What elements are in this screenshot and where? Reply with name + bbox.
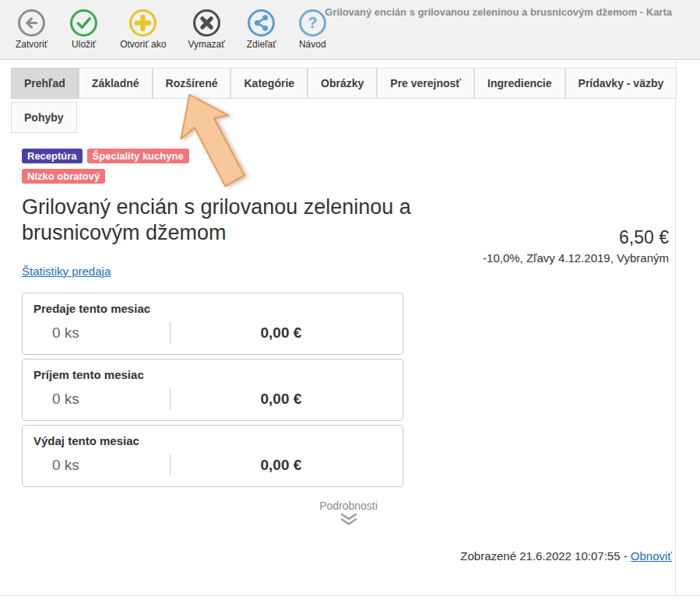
x-icon	[192, 9, 221, 37]
share-icon	[247, 9, 276, 37]
tab-rozsirene[interactable]: Rozšírené	[153, 68, 231, 99]
stat-card-title: Výdaj tento mesiac	[33, 434, 392, 447]
tab-obrazky[interactable]: Obrázky	[308, 68, 377, 99]
close-button[interactable]: Zatvoriť	[5, 9, 58, 50]
check-icon	[69, 9, 98, 37]
stat-cards: Predaje tento mesiac 0 ks 0,00 € Príjem …	[22, 293, 403, 487]
tab-ingrediencie[interactable]: Ingrediencie	[474, 68, 565, 99]
tab-zakladne[interactable]: Základné	[79, 68, 153, 99]
toolbar-button-label: Návod	[299, 39, 326, 50]
toolbar: Zatvoriť Uložiť Otvoriť ako Vymazať Zdie…	[0, 0, 700, 60]
plus-icon	[128, 9, 157, 37]
refresh-link[interactable]: Obnoviť	[631, 549, 672, 563]
main-panel: Prehľad Základné Rozšírené Kategórie Obr…	[0, 60, 676, 595]
stat-amount: 0,00 €	[171, 457, 392, 474]
stat-amount: 0,00 €	[171, 391, 392, 408]
question-icon: ?	[298, 9, 327, 37]
stat-card-title: Príjem tento mesiac	[33, 368, 392, 381]
stat-card-title: Predaje tento mesiac	[33, 302, 392, 315]
stat-quantity: 0 ks	[33, 391, 170, 408]
tab-pre-verejnost[interactable]: Pre verejnosť	[377, 68, 474, 99]
stat-card-values: 0 ks 0,00 €	[33, 454, 392, 476]
toolbar-button-label: Zatvoriť	[16, 39, 47, 50]
svg-text:?: ?	[308, 14, 317, 31]
tab-pridavky-vazby[interactable]: Prídavky - väzby	[565, 68, 677, 99]
discount-info: -10,0%, Zľavy 4.12.2019, Vybraným	[483, 251, 669, 265]
product-price: 6,50 €	[483, 227, 669, 248]
toolbar-button-label: Uložiť	[72, 39, 96, 50]
tab-bar: Prehľad Základné Rozšírené Kategórie Obr…	[11, 68, 675, 133]
stat-quantity: 0 ks	[33, 324, 170, 342]
save-button[interactable]: Uložiť	[58, 9, 109, 50]
tab-prehlad[interactable]: Prehľad	[11, 68, 79, 99]
details-toggle[interactable]: Podrobnosti	[22, 500, 675, 529]
open-as-button[interactable]: Otvoriť ako	[109, 9, 177, 50]
tab-row-1: Prehľad Základné Rozšírené Kategórie Obr…	[11, 68, 675, 99]
details-label: Podrobnosti	[22, 500, 675, 512]
stat-card-sales: Predaje tento mesiac 0 ks 0,00 €	[22, 293, 403, 355]
category-badge: Špeciality kuchyne	[87, 149, 189, 163]
chevron-double-down-icon	[22, 513, 675, 529]
product-name: Grilovaný encián s grilovanou zeleninou …	[22, 195, 489, 246]
status-badge: Nízko obratový	[22, 169, 105, 184]
toolbar-button-label: Zdieľať	[247, 39, 276, 50]
panel-bottom-border	[0, 595, 700, 596]
back-arrow-icon	[17, 9, 46, 37]
overview-content: Receptúra Špeciality kuchyne Nízko obrat…	[11, 149, 675, 563]
status-bar: Zobrazené 21.6.2022 10:07:55 - Obnoviť	[22, 549, 675, 563]
tab-pohyby[interactable]: Pohyby	[11, 102, 77, 133]
share-button[interactable]: Zdieľať	[236, 9, 287, 50]
toolbar-button-label: Otvoriť ako	[120, 39, 166, 50]
stat-amount: 0,00 €	[171, 324, 392, 342]
badge-row: Nízko obratový	[22, 169, 675, 184]
price-block: 6,50 € -10,0%, Zľavy 4.12.2019, Vybraným	[483, 227, 669, 265]
tab-kategorie[interactable]: Kategórie	[230, 68, 308, 99]
window-title: Grilovaný encián s grilovanou zeleninou …	[325, 6, 672, 18]
stat-card-values: 0 ks 0,00 €	[33, 322, 392, 344]
product-header: Grilovaný encián s grilovanou zeleninou …	[22, 195, 675, 246]
stat-card-income: Príjem tento mesiac 0 ks 0,00 €	[22, 359, 403, 421]
toolbar-button-label: Vymazať	[188, 39, 224, 50]
badge-row: Receptúra Špeciality kuchyne	[22, 149, 675, 163]
stat-quantity: 0 ks	[33, 457, 170, 474]
tab-row-2: Pohyby	[11, 102, 675, 133]
type-badge: Receptúra	[22, 149, 83, 163]
displayed-timestamp: Zobrazené 21.6.2022 10:07:55 -	[460, 549, 627, 563]
delete-button[interactable]: Vymazať	[177, 9, 235, 50]
stat-card-values: 0 ks 0,00 €	[33, 388, 392, 410]
stat-card-expense: Výdaj tento mesiac 0 ks 0,00 €	[22, 425, 403, 487]
sales-statistics-link[interactable]: Štatistiky predaja	[22, 265, 111, 278]
